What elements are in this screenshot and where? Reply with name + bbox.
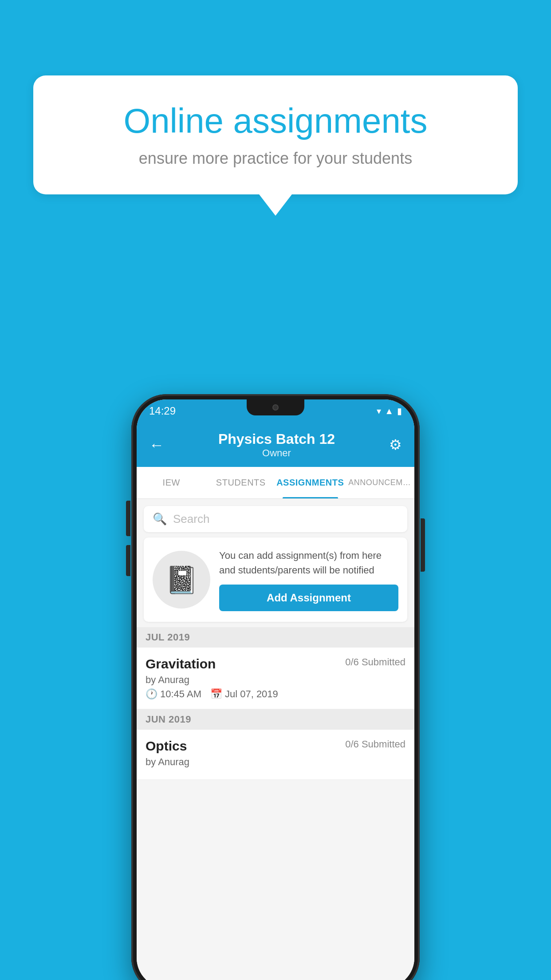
- assignment-submitted-optics: 0/6 Submitted: [345, 739, 405, 750]
- assignment-by-gravitation: by Anurag: [146, 674, 405, 686]
- back-button[interactable]: ←: [149, 436, 164, 454]
- empty-state-card: 📓 You can add assignment(s) from here an…: [144, 537, 407, 622]
- camera: [272, 404, 279, 411]
- notch: [247, 399, 304, 415]
- assignment-gravitation[interactable]: Gravitation 0/6 Submitted by Anurag 🕐 10…: [137, 648, 414, 709]
- header-center: Physics Batch 12 Owner: [218, 431, 335, 459]
- empty-state-text: You can add assignment(s) from here and …: [219, 548, 398, 577]
- status-icons: ▾ ▲ ▮: [377, 406, 402, 416]
- assignment-meta-gravitation: 🕐 10:45 AM 📅 Jul 07, 2019: [146, 688, 405, 700]
- add-assignment-button[interactable]: Add Assignment: [219, 585, 398, 611]
- phone-outer: 14:29 ▾ ▲ ▮ ← Physics Batch 12 Owner ⚙ I…: [131, 394, 420, 980]
- speech-bubble: Online assignments ensure more practice …: [33, 75, 518, 194]
- content-area: 🔍 Search 📓 You can add assignment(s) fro…: [137, 499, 414, 980]
- assignment-date-gravitation: 📅 Jul 07, 2019: [210, 688, 278, 700]
- signal-icon: ▲: [385, 406, 394, 416]
- section-jul-2019: JUL 2019: [137, 627, 414, 648]
- section-jun-2019: JUN 2019: [137, 709, 414, 730]
- header-subtitle: Owner: [218, 447, 335, 459]
- assignment-optics[interactable]: Optics 0/6 Submitted by Anurag: [137, 730, 414, 780]
- empty-state-right: You can add assignment(s) from here and …: [219, 548, 398, 611]
- tab-iew[interactable]: IEW: [137, 467, 206, 498]
- app-header: ← Physics Batch 12 Owner ⚙: [137, 423, 414, 467]
- assignment-illustration: 📓: [153, 551, 210, 609]
- speech-bubble-title: Online assignments: [64, 102, 487, 140]
- battery-icon: ▮: [397, 406, 402, 416]
- wifi-icon: ▾: [377, 406, 381, 416]
- tab-assignments[interactable]: ASSIGNMENTS: [276, 467, 345, 498]
- header-title: Physics Batch 12: [218, 431, 335, 447]
- tab-bar: IEW STUDENTS ASSIGNMENTS ANNOUNCEM…: [137, 467, 414, 499]
- search-icon: 🔍: [153, 512, 167, 526]
- tab-announcements[interactable]: ANNOUNCEM…: [345, 467, 415, 498]
- assignment-name-gravitation: Gravitation: [146, 656, 216, 672]
- assignment-by-optics: by Anurag: [146, 756, 405, 768]
- search-bar[interactable]: 🔍 Search: [144, 506, 407, 532]
- phone-screen: 14:29 ▾ ▲ ▮ ← Physics Batch 12 Owner ⚙ I…: [137, 399, 414, 980]
- assignment-submitted-gravitation: 0/6 Submitted: [345, 656, 405, 668]
- tab-students[interactable]: STUDENTS: [206, 467, 276, 498]
- assignment-name-optics: Optics: [146, 739, 187, 754]
- notebook-icon: 📓: [165, 564, 198, 596]
- speech-bubble-container: Online assignments ensure more practice …: [33, 75, 518, 194]
- search-placeholder: Search: [173, 512, 209, 526]
- settings-icon[interactable]: ⚙: [389, 436, 402, 453]
- speech-bubble-subtitle: ensure more practice for your students: [64, 149, 487, 168]
- status-time: 14:29: [149, 405, 176, 417]
- phone-mockup: 14:29 ▾ ▲ ▮ ← Physics Batch 12 Owner ⚙ I…: [131, 394, 420, 980]
- assignment-time-gravitation: 🕐 10:45 AM: [146, 688, 201, 700]
- calendar-icon: 📅: [210, 688, 222, 700]
- clock-icon: 🕐: [146, 688, 157, 700]
